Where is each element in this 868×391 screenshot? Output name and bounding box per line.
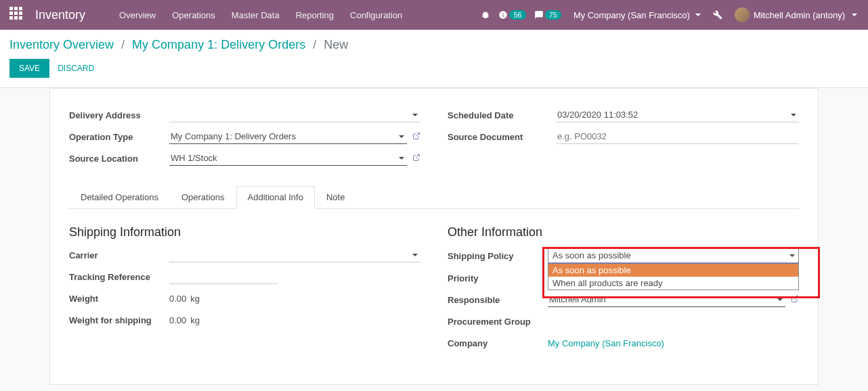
caret-down-icon — [852, 14, 857, 16]
caret-down-icon — [695, 14, 701, 16]
source-document-input[interactable] — [556, 129, 799, 144]
delivery-address-input[interactable] — [169, 108, 420, 122]
responsible-input[interactable] — [548, 292, 785, 307]
menu-operations[interactable]: Operations — [165, 6, 222, 24]
label-tracking-reference: Tracking Reference — [69, 272, 169, 282]
shipping-policy-dropdown: As soon as possible When all products ar… — [548, 264, 799, 290]
external-link-icon[interactable] — [412, 131, 420, 142]
save-button[interactable]: SAVE — [9, 59, 49, 78]
messages-badge: 75 — [545, 10, 561, 20]
option-when-all-ready[interactable]: When all products are ready — [548, 277, 798, 290]
messaging-icon[interactable]: 75 — [533, 7, 563, 22]
activity-icon[interactable]: 56 — [497, 7, 527, 22]
activity-badge: 56 — [509, 10, 525, 20]
tracking-reference-input[interactable] — [169, 269, 278, 284]
label-company: Company — [448, 338, 548, 348]
label-carrier: Carrier — [69, 250, 169, 260]
scheduled-date-input[interactable] — [556, 108, 799, 122]
user-menu[interactable]: Mitchell Admin (antony) — [729, 5, 863, 25]
avatar — [735, 7, 750, 22]
label-responsible: Responsible — [448, 295, 548, 305]
breadcrumb-current: New — [324, 38, 348, 51]
tab-operations[interactable]: Operations — [170, 186, 236, 208]
source-location-input[interactable] — [169, 151, 407, 166]
label-shipping-policy: Shipping Policy — [448, 251, 548, 261]
label-procurement-group: Procurement Group — [448, 317, 548, 327]
label-scheduled-date: Scheduled Date — [448, 110, 556, 120]
menu-master-data[interactable]: Master Data — [225, 6, 286, 24]
debug-icon[interactable] — [479, 7, 492, 22]
app-brand: Inventory — [35, 8, 85, 22]
apps-icon[interactable] — [9, 7, 26, 23]
shipping-policy-select[interactable] — [548, 248, 799, 264]
menu-configuration[interactable]: Configuration — [343, 6, 409, 24]
label-source-location: Source Location — [69, 154, 169, 164]
developer-tools-icon[interactable] — [712, 7, 724, 22]
weight-ship-value: 0.00 — [169, 315, 186, 325]
label-source-document: Source Document — [448, 132, 556, 142]
heading-shipping-info: Shipping Information — [69, 225, 420, 239]
label-operation-type: Operation Type — [69, 132, 169, 142]
tab-additional-info[interactable]: Additional Info — [236, 186, 315, 209]
breadcrumb-level1[interactable]: Inventory Overview — [9, 38, 114, 51]
label-priority: Priority — [448, 273, 548, 283]
tab-detailed-operations[interactable]: Detailed Operations — [69, 186, 170, 208]
weight-unit: kg — [190, 294, 200, 304]
menu-overview[interactable]: Overview — [112, 6, 162, 24]
heading-other-info: Other Information — [448, 225, 799, 239]
label-weight: Weight — [69, 294, 169, 304]
company-value[interactable]: My Company (San Francisco) — [548, 338, 664, 348]
company-switcher[interactable]: My Company (San Francisco) — [568, 7, 706, 23]
option-as-soon-as-possible[interactable]: As soon as possible — [548, 264, 798, 277]
operation-type-input[interactable] — [169, 129, 407, 144]
carrier-input[interactable] — [169, 248, 420, 262]
external-link-icon[interactable] — [412, 153, 420, 164]
weight-value: 0.00 — [169, 294, 186, 304]
label-delivery-address: Delivery Address — [69, 110, 169, 120]
breadcrumb-level2[interactable]: My Company 1: Delivery Orders — [132, 38, 305, 51]
menu-reporting[interactable]: Reporting — [289, 6, 341, 24]
label-weight-shipping: Weight for shipping — [69, 315, 169, 325]
breadcrumb: Inventory Overview / My Company 1: Deliv… — [9, 38, 859, 52]
tab-note[interactable]: Note — [315, 186, 356, 208]
weight-ship-unit: kg — [190, 315, 200, 325]
discard-button[interactable]: DISCARD — [58, 64, 94, 73]
external-link-icon[interactable] — [791, 294, 799, 305]
